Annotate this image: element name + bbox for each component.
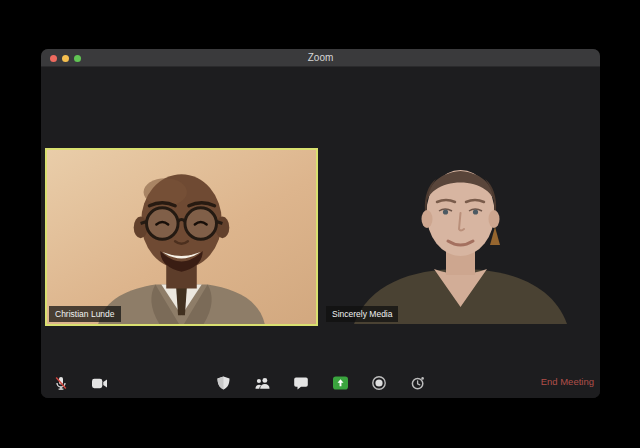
- record-icon: [372, 376, 386, 390]
- participant-portrait-woman: [324, 149, 597, 324]
- toolbar-center-group: [216, 368, 426, 398]
- zoom-meeting-window: Zoom: [41, 49, 600, 398]
- participant-portrait-man: [47, 150, 316, 324]
- share-screen-button[interactable]: [333, 376, 348, 391]
- video-tile-christian-lunde[interactable]: Christian Lunde: [45, 148, 318, 326]
- record-button[interactable]: [372, 376, 387, 391]
- participant-name-tag: Christian Lunde: [49, 306, 121, 322]
- participants-button[interactable]: [255, 376, 270, 391]
- mic-muted-icon: [54, 376, 68, 391]
- end-meeting-button[interactable]: End Meeting: [541, 376, 594, 387]
- participants-icon: [255, 377, 270, 389]
- share-screen-icon: [333, 376, 348, 390]
- security-button[interactable]: [216, 376, 231, 391]
- video-stage: Christian Lunde: [41, 67, 600, 368]
- shield-icon: [217, 376, 230, 390]
- timer-button[interactable]: [411, 376, 426, 391]
- video-button[interactable]: [92, 376, 107, 391]
- window-title: Zoom: [41, 52, 600, 63]
- chat-bubble-icon: [294, 377, 308, 390]
- toolbar-left-group: [53, 368, 107, 398]
- participant-name-tag: Sincerely Media: [326, 306, 398, 322]
- meeting-toolbar: End Meeting: [41, 368, 600, 398]
- video-camera-icon: [92, 378, 107, 389]
- chat-button[interactable]: [294, 376, 309, 391]
- video-tile-sincerely-media[interactable]: Sincerely Media: [324, 149, 597, 324]
- title-bar[interactable]: Zoom: [41, 49, 600, 67]
- timer-icon: [411, 376, 425, 390]
- mute-button[interactable]: [53, 376, 68, 391]
